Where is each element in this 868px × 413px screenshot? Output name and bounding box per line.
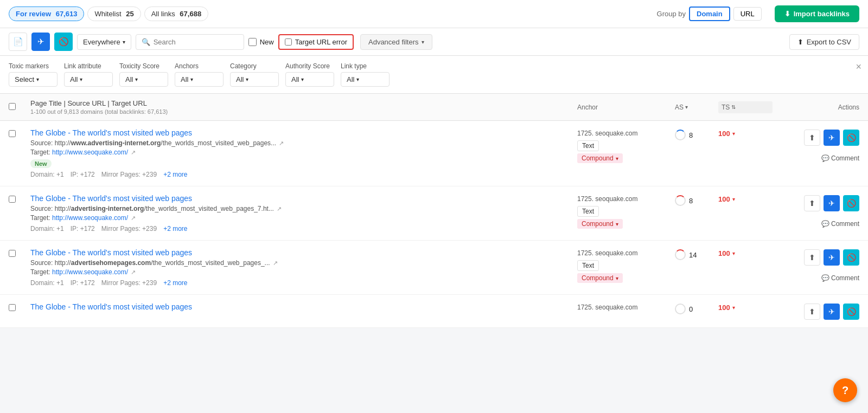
telegram-row-button[interactable]: ✈	[824, 249, 840, 266]
target-url-link[interactable]: http://www.seoquake.com/	[52, 214, 128, 222]
export-row-button[interactable]: ⬆	[804, 304, 820, 320]
more-link[interactable]: +2 more	[163, 171, 187, 178]
row-ts-cell: 100 ▾	[718, 128, 773, 138]
anchor-site: 1725. seoquake.com	[577, 249, 675, 257]
telegram-icon-button[interactable]: ✈	[31, 33, 50, 51]
row-title[interactable]: The Globe - The world's most visited web…	[30, 302, 577, 311]
select-all-checkbox[interactable]	[9, 103, 16, 110]
tab-all-links[interactable]: All links 67,688	[144, 7, 208, 21]
anchor-compound-tag[interactable]: Compound ▾	[577, 273, 623, 283]
tab-for-review[interactable]: For review 67,613	[9, 7, 84, 21]
row-checkbox-cell	[9, 248, 30, 259]
row-actions-cell: ⬆ ✈ 🚫 💬 Comment	[773, 194, 859, 228]
row-checkbox[interactable]	[9, 304, 16, 311]
target-url-link[interactable]: http://www.seoquake.com/	[52, 149, 128, 156]
row-checkbox[interactable]	[9, 250, 16, 257]
external-link-icon[interactable]: ↗	[131, 269, 136, 275]
export-row-button[interactable]: ⬆	[804, 130, 820, 146]
advanced-filters-button[interactable]: Advanced filters ▾	[360, 34, 433, 50]
chevron-down-icon[interactable]: ▾	[732, 250, 735, 256]
chevron-down-icon[interactable]: ▾	[732, 305, 735, 311]
category-select[interactable]: All ▾	[230, 72, 279, 87]
row-title[interactable]: The Globe - The world's most visited web…	[30, 248, 577, 257]
target-url-error-filter[interactable]: Target URL error	[278, 34, 354, 50]
external-link-icon[interactable]: ↗	[131, 149, 136, 156]
row-actions-cell: ⬆ ✈ 🚫	[773, 302, 859, 320]
group-by-domain[interactable]: Domain	[689, 7, 730, 21]
new-filter-checkbox[interactable]	[248, 38, 257, 46]
telegram-row-button[interactable]: ✈	[824, 130, 840, 146]
comment-button[interactable]: 💬 Comment	[821, 220, 859, 228]
search-box[interactable]: 🔍	[136, 34, 244, 50]
chevron-down-icon[interactable]: ▾	[732, 131, 735, 137]
chevron-down-icon[interactable]: ▾	[732, 196, 735, 202]
more-link[interactable]: +2 more	[163, 279, 187, 287]
export-csv-button[interactable]: ⬆ Export to CSV	[789, 34, 859, 50]
comment-button[interactable]: 💬 Comment	[821, 274, 859, 282]
anchor-compound-tag[interactable]: Compound ▾	[577, 153, 623, 163]
download-icon: ⬇	[784, 10, 790, 18]
file-icon-button[interactable]: 📄	[9, 33, 27, 51]
row-as-cell: 14	[675, 248, 718, 260]
row-anchor-cell: 1725. seoquake.com Text Compound ▾	[577, 194, 675, 229]
block-row-button[interactable]: 🚫	[843, 249, 859, 266]
sort-as-icon: ▾	[685, 104, 688, 110]
row-ts-cell: 100 ▾	[718, 248, 773, 257]
block-row-button[interactable]: 🚫	[843, 304, 859, 320]
row-title[interactable]: The Globe - The world's most visited web…	[30, 194, 577, 203]
authority-circle-icon	[675, 130, 686, 140]
row-title[interactable]: The Globe - The world's most visited web…	[30, 128, 577, 137]
tab-whitelist[interactable]: Whitelist 25	[87, 7, 141, 21]
header-ts-col[interactable]: TS ⇅	[718, 101, 773, 113]
block-icon-button[interactable]: 🚫	[54, 33, 73, 51]
close-advanced-panel-button[interactable]: ×	[856, 61, 861, 73]
target-url-error-checkbox[interactable]	[285, 38, 292, 46]
export-row-button[interactable]: ⬆	[804, 249, 820, 266]
telegram-row-button[interactable]: ✈	[824, 195, 840, 211]
external-link-icon[interactable]: ↗	[277, 205, 282, 212]
header-as-col[interactable]: AS ▾	[675, 104, 718, 111]
chevron-down-icon: ▾	[246, 76, 248, 82]
link-attribute-group: Link attribute All ▾	[64, 62, 113, 87]
header-actions-col: Actions	[773, 104, 859, 111]
row-checkbox[interactable]	[9, 130, 16, 137]
search-input[interactable]	[154, 38, 238, 46]
link-type-group: Link type All ▾	[341, 62, 390, 87]
export-row-button[interactable]: ⬆	[804, 195, 820, 211]
toxicity-score-label: Toxicity Score	[119, 62, 168, 70]
authority-score-select[interactable]: All ▾	[285, 72, 334, 87]
more-link[interactable]: +2 more	[163, 225, 187, 233]
telegram-row-button[interactable]: ✈	[824, 304, 840, 320]
block-row-button[interactable]: 🚫	[843, 130, 859, 146]
toxicity-score-select[interactable]: All ▾	[119, 72, 168, 87]
anchor-compound-tag[interactable]: Compound ▾	[577, 219, 623, 229]
row-target: Target: http://www.seoquake.com/ ↗	[30, 268, 577, 276]
row-checkbox[interactable]	[9, 196, 16, 203]
external-link-icon[interactable]: ↗	[279, 140, 284, 146]
anchors-select[interactable]: All ▾	[175, 72, 224, 87]
chevron-down-icon: ▾	[190, 76, 193, 82]
link-attribute-label: Link attribute	[64, 62, 113, 70]
external-link-icon[interactable]: ↗	[273, 260, 278, 266]
tabs: For review 67,613 Whitelist 25 All links…	[9, 7, 208, 21]
comment-button[interactable]: 💬 Comment	[821, 154, 859, 162]
table-row: The Globe - The world's most visited web…	[0, 186, 868, 241]
table-row: The Globe - The world's most visited web…	[0, 295, 868, 328]
toxic-markers-select[interactable]: Select ▾	[9, 72, 58, 87]
results-table: Page Title | Source URL | Target URL 1-1…	[0, 94, 868, 328]
import-backlinks-button[interactable]: ⬇ Import backlinks	[775, 5, 859, 22]
authority-score-group: Authority Score All ▾	[285, 62, 334, 87]
link-attribute-select[interactable]: All ▾	[64, 72, 113, 87]
table-row: The Globe - The world's most visited web…	[0, 121, 868, 186]
new-filter-label[interactable]: New	[248, 38, 274, 46]
group-by-url[interactable]: URL	[733, 7, 762, 21]
row-source: Source: http://advertisehomepages.com/th…	[30, 259, 577, 267]
everywhere-dropdown[interactable]: Everywhere ▾	[77, 34, 131, 50]
row-checkbox-cell	[9, 194, 30, 204]
link-type-select[interactable]: All ▾	[341, 72, 390, 87]
block-row-button[interactable]: 🚫	[843, 195, 859, 211]
link-type-label: Link type	[341, 62, 390, 70]
target-url-link[interactable]: http://www.seoquake.com/	[52, 268, 128, 276]
external-link-icon[interactable]: ↗	[131, 215, 136, 221]
row-as-cell: 8	[675, 194, 718, 206]
